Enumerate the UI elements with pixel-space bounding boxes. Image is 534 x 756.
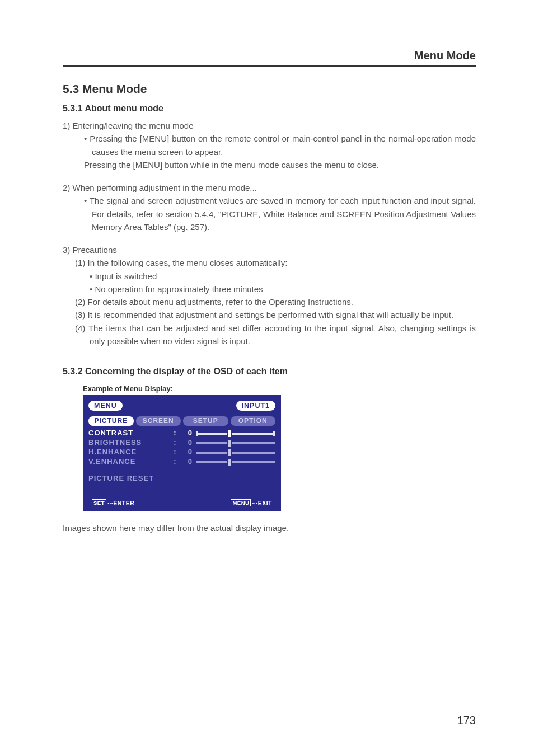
body-text: 1) Entering/leaving the menu mode • Pres… [63, 119, 476, 348]
osd-footer-right: MENU···EXIT [231, 499, 272, 506]
header-rule [63, 65, 476, 67]
sub-bullet: • Input is switched [90, 270, 476, 283]
num-label: 1) [63, 121, 70, 130]
osd-slider [196, 459, 275, 464]
osd-row-label: CONTRAST [88, 429, 167, 437]
bullet-cont: Pressing the [MENU] button while in the … [84, 158, 476, 171]
osd-colon: : [167, 457, 184, 466]
bullet: • Pressing the [MENU] button on the remo… [84, 132, 476, 158]
section-title: 5.3 Menu Mode [63, 82, 476, 96]
osd-row-value: 0 [184, 457, 193, 466]
bullet: • The signal and screen adjustment value… [84, 194, 476, 233]
osd-row-value: 0 [184, 448, 193, 456]
osd-footer-left: SET···ENTER [92, 499, 134, 506]
osd-input-pill: INPUT1 [236, 401, 275, 411]
osd-tab-option: OPTION [231, 416, 276, 426]
num-lead: Entering/leaving the menu mode [73, 121, 194, 130]
page-header-title: Menu Mode [63, 49, 476, 65]
osd-footer-left-text: ···ENTER [107, 500, 134, 506]
paren-item: (4) The items that can be adjusted and s… [75, 322, 476, 348]
osd-slider [196, 430, 275, 436]
paren-item: (3) It is recommended that adjustment an… [75, 308, 476, 321]
osd-footer: SET···ENTER MENU···EXIT [88, 499, 275, 506]
osd-tab-picture: PICTURE [88, 416, 134, 426]
num-label: 2) [63, 183, 70, 192]
subsection-5-3-2-title: 5.3.2 Concerning the display of the OSD … [63, 367, 476, 377]
osd-tabs: PICTURE SCREEN SETUP OPTION [88, 416, 275, 426]
paren-item: (1) In the following cases, the menu clo… [75, 256, 476, 269]
osd-row-value: 0 [184, 429, 193, 437]
osd-key-menu: MENU [231, 499, 251, 506]
osd-row-label: H.ENHANCE [88, 448, 167, 456]
osd-row-henhance: H.ENHANCE : 0 [88, 447, 275, 457]
osd-row-brightness: BRIGHTNESS : 0 [88, 438, 275, 447]
osd-row-label: BRIGHTNESS [88, 438, 167, 447]
osd-key-set: SET [92, 499, 106, 506]
osd-row-venhance: V.ENHANCE : 0 [88, 457, 275, 466]
osd-list: CONTRAST : 0 BRIGHTNESS : 0 [88, 428, 275, 482]
osd-row-value: 0 [184, 438, 193, 447]
numbered-item-1: 1) Entering/leaving the menu mode • Pres… [63, 119, 476, 171]
paren-item: (2) For details about menu adjustments, … [75, 295, 476, 308]
osd-tab-setup: SETUP [183, 416, 228, 426]
osd-row-contrast: CONTRAST : 0 [88, 428, 275, 438]
page-number: 173 [457, 714, 476, 727]
subsection-5-3-1-title: 5.3.1 About menu mode [63, 104, 476, 114]
numbered-item-3: 3) Precautions (1) In the following case… [63, 243, 476, 348]
osd-colon: : [167, 448, 184, 456]
figure-note: Images shown here may differ from the ac… [63, 523, 476, 533]
osd-slider [196, 449, 275, 455]
osd-picture-reset: PICTURE RESET [88, 474, 275, 482]
num-lead: When performing adjustment in the menu m… [73, 183, 257, 192]
osd-row-label: V.ENHANCE [88, 457, 167, 466]
osd-colon: : [167, 429, 184, 437]
sub-bullet: • No operation for approximately three m… [90, 283, 476, 295]
osd-colon: : [167, 438, 184, 447]
osd-tab-screen: SCREEN [136, 416, 181, 426]
numbered-item-2: 2) When performing adjustment in the men… [63, 181, 476, 233]
osd-footer-right-text: ···EXIT [252, 500, 272, 506]
osd-slider [196, 440, 275, 445]
osd-caption: Example of Menu Display: [83, 384, 476, 393]
osd-figure: MENU INPUT1 PICTURE SCREEN SETUP OPTION … [83, 395, 281, 511]
num-lead: Precautions [73, 245, 117, 255]
osd-menu-pill: MENU [88, 401, 123, 411]
num-label: 3) [63, 245, 70, 255]
